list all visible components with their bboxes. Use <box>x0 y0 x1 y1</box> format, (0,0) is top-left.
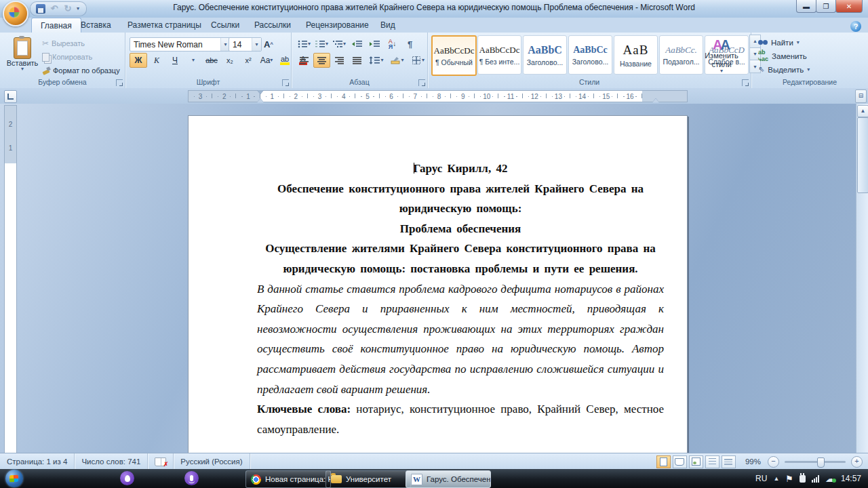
find-button[interactable]: Найти ▾ <box>758 36 800 49</box>
group-styles: AaBbCcDc ¶ Обычный AaBbCcDc ¶ Без инте..… <box>428 33 751 88</box>
replace-button[interactable]: ab⤷ac Заменить <box>758 49 807 62</box>
bold-button[interactable]: Ж <box>130 53 147 68</box>
increase-indent-button[interactable] <box>366 37 383 52</box>
underline-dropdown-icon[interactable]: ▾ <box>192 58 195 62</box>
view-outline-button[interactable] <box>705 455 719 468</box>
style-heading2[interactable]: AaBbCc Заголово... <box>568 35 612 75</box>
subscript-button[interactable]: x₂ <box>221 53 239 68</box>
tab-view[interactable]: Вид <box>372 18 404 33</box>
show-marks-button[interactable]: ¶ <box>401 37 418 52</box>
grow-font-button[interactable]: А˄ <box>260 37 277 52</box>
tab-insert[interactable]: Вставка <box>72 18 120 33</box>
font-name-combo[interactable]: Times New Roman ▾ <box>130 37 231 52</box>
doc-abstract[interactable]: В данной статье ставится проблема кадров… <box>257 279 664 400</box>
taskbar-folder-button[interactable]: Университет <box>326 470 411 488</box>
minimize-button[interactable]: ▬ <box>796 0 816 13</box>
paste-dropdown-arrow-icon[interactable]: ▾ <box>21 67 24 71</box>
view-web-layout-button[interactable] <box>689 455 703 468</box>
assistant-app-icon[interactable] <box>120 471 134 485</box>
bullets-button[interactable]: ▾ <box>296 37 313 52</box>
doc-keywords[interactable]: Ключевые слова: нотариус, конституционно… <box>257 399 664 439</box>
word-count[interactable]: Число слов: 741 <box>75 453 148 470</box>
underline-button[interactable]: Ч <box>166 53 184 68</box>
zoom-out-button[interactable]: − <box>768 456 779 468</box>
scroll-up-icon[interactable]: ▲ <box>857 105 868 117</box>
align-left-button[interactable] <box>296 53 313 68</box>
doc-subtitle[interactable]: Осуществление жителями Крайнего Севера к… <box>257 239 664 279</box>
draft-view-icon <box>724 459 732 465</box>
superscript-button[interactable]: x² <box>239 53 257 68</box>
view-print-layout-button[interactable] <box>656 455 671 468</box>
align-right-button[interactable] <box>331 53 348 68</box>
vertical-scrollbar[interactable]: ▲ <box>856 104 868 453</box>
cloud-sync-icon[interactable]: ☁ <box>825 474 835 483</box>
numbering-button[interactable]: ▾ <box>313 37 330 52</box>
tray-language[interactable]: RU <box>755 474 767 483</box>
voice-app-icon[interactable] <box>184 471 199 485</box>
proofing-status[interactable]: ✗ <box>148 453 174 470</box>
zoom-slider-thumb[interactable] <box>817 458 825 468</box>
ruler-toggle-button[interactable]: ⊟ <box>855 89 867 103</box>
paste-button[interactable]: Вставить ▾ <box>5 35 39 77</box>
cut-button[interactable]: ✂ Вырезать <box>42 37 85 50</box>
doc-title-line2[interactable]: Проблема обеспечения <box>257 219 664 239</box>
style-no-spacing[interactable]: AaBbCcDc ¶ Без инте... <box>477 35 521 75</box>
network-signal-icon[interactable] <box>812 475 819 483</box>
zoom-level[interactable]: 99% <box>745 458 761 466</box>
tab-references[interactable]: Ссылки <box>202 18 248 33</box>
font-size-combo[interactable]: 14 ▾ <box>229 37 262 52</box>
help-icon[interactable]: ? <box>850 21 861 32</box>
tray-expand-icon[interactable]: ▲ <box>773 475 779 482</box>
shading-button[interactable]: ▾ <box>387 53 408 68</box>
style-normal[interactable]: AaBbCcDc ¶ Обычный <box>431 35 477 76</box>
decrease-indent-button[interactable] <box>349 37 366 52</box>
clipboard-group-label: Буфер обмена <box>0 78 125 87</box>
action-center-flag-icon[interactable]: ⚑ <box>785 474 793 483</box>
change-case-button[interactable]: Aa▾ <box>258 53 275 68</box>
line-spacing-button[interactable]: ▾ <box>366 53 387 68</box>
clipboard-dialog-launcher[interactable] <box>116 79 123 86</box>
style-subtitle[interactable]: AaBbCc. Подзагол... <box>659 35 703 75</box>
document-page[interactable]: Гарус Кирилл, 42 Обеспечение конституцио… <box>188 115 688 453</box>
right-indent-marker[interactable] <box>652 95 659 102</box>
tab-mailings[interactable]: Рассылки <box>245 18 300 33</box>
restore-button[interactable]: ❐ <box>816 0 836 13</box>
sort-button[interactable]: АЯ ↓ <box>384 37 401 52</box>
language-indicator[interactable]: Русский (Россия) <box>174 453 250 470</box>
align-center-button[interactable] <box>313 53 330 68</box>
zoom-in-button[interactable]: + <box>851 456 863 468</box>
doc-author-line[interactable]: Гарус Кирилл, 42 <box>257 159 664 179</box>
office-button[interactable] <box>3 1 28 26</box>
tray-clock[interactable]: 14:57 <box>841 474 861 483</box>
styles-dialog-launcher[interactable] <box>742 79 749 86</box>
style-heading1[interactable]: AaBbC Заголово... <box>523 35 567 75</box>
close-button[interactable]: ✕ <box>835 0 863 13</box>
paragraph-dialog-launcher[interactable] <box>418 79 425 86</box>
doc-title-line1[interactable]: Обеспечение конституционного права жител… <box>257 179 664 219</box>
borders-button[interactable]: ▾ <box>408 53 429 68</box>
change-styles-button[interactable]: AA Изменить стили ▾ <box>699 34 744 77</box>
page-indicator[interactable]: Страница: 1 из 4 <box>0 453 75 470</box>
copy-button[interactable]: Копировать <box>42 50 92 64</box>
multilevel-list-button[interactable]: ▾ <box>331 37 348 52</box>
select-button[interactable]: ⇖ Выделить ▾ <box>758 63 810 76</box>
tab-page-layout[interactable]: Разметка страницы <box>119 18 210 33</box>
tab-selector-button[interactable] <box>4 90 17 103</box>
tab-review[interactable]: Рецензирование <box>297 18 378 33</box>
justify-button[interactable] <box>349 53 366 68</box>
view-fullscreen-reading-button[interactable] <box>673 455 687 468</box>
zoom-slider[interactable] <box>785 461 846 463</box>
strikethrough-button[interactable]: abc <box>203 53 220 68</box>
style-title[interactable]: AaB Название <box>614 35 658 75</box>
start-button[interactable] <box>5 470 23 487</box>
view-draft-button[interactable] <box>722 455 736 468</box>
format-painter-button[interactable]: Формат по образцу <box>42 64 120 77</box>
power-plug-icon[interactable] <box>800 475 806 483</box>
taskbar-word-button[interactable]: Гарус. Обеспечение... <box>406 470 491 488</box>
taskbar-browser-button[interactable]: Новая страница: На... <box>245 470 331 488</box>
scrollbar-thumb[interactable] <box>857 117 868 193</box>
italic-button[interactable]: К <box>148 53 165 68</box>
hanging-indent-marker[interactable] <box>257 95 264 102</box>
ruler-text-area: 12345678910111213141516 <box>260 91 642 102</box>
font-dialog-launcher[interactable] <box>282 79 289 86</box>
